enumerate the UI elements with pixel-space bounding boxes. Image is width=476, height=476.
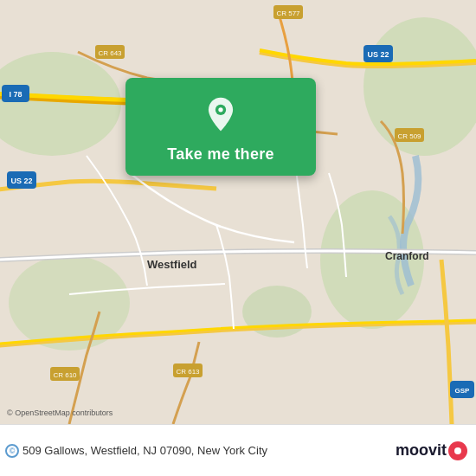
moovit-logo: moovit <box>396 441 467 460</box>
moovit-dot-inner <box>454 447 461 454</box>
bottom-bar: © 509 Gallows, Westfield, NJ 07090, New … <box>0 424 476 476</box>
map-svg: I 78 US 22 US 22 CR 577 CR 643 CR 577 CR… <box>0 0 476 424</box>
map-pin-icon <box>202 96 240 134</box>
svg-point-30 <box>218 107 222 112</box>
moovit-text: moovit <box>396 441 447 460</box>
svg-text:CR 643: CR 643 <box>98 49 122 57</box>
moovit-dot-icon <box>448 441 467 460</box>
map-container: I 78 US 22 US 22 CR 577 CR 643 CR 577 CR… <box>0 0 476 424</box>
svg-text:CR 577: CR 577 <box>276 10 300 17</box>
svg-text:US 22: US 22 <box>10 177 32 185</box>
svg-text:I 78: I 78 <box>9 90 22 99</box>
location-card[interactable]: Take me there <box>125 78 316 176</box>
take-me-there-button[interactable]: Take me there <box>167 145 274 164</box>
bottom-left: © 509 Gallows, Westfield, NJ 07090, New … <box>5 444 267 458</box>
location-pin <box>199 93 242 137</box>
svg-text:US 22: US 22 <box>367 50 389 59</box>
address-text: 509 Gallows, Westfield, NJ 07090, New Yo… <box>23 444 267 457</box>
osm-icon: © <box>5 444 19 458</box>
svg-text:GSP: GSP <box>455 387 471 395</box>
svg-text:Cranford: Cranford <box>385 250 429 262</box>
svg-text:© OpenStreetMap contributors: © OpenStreetMap contributors <box>7 408 113 417</box>
svg-text:CR 509: CR 509 <box>397 132 421 140</box>
svg-text:Westfield: Westfield <box>147 258 197 271</box>
svg-text:CR 610: CR 610 <box>53 371 77 379</box>
svg-text:CR 613: CR 613 <box>176 368 200 376</box>
